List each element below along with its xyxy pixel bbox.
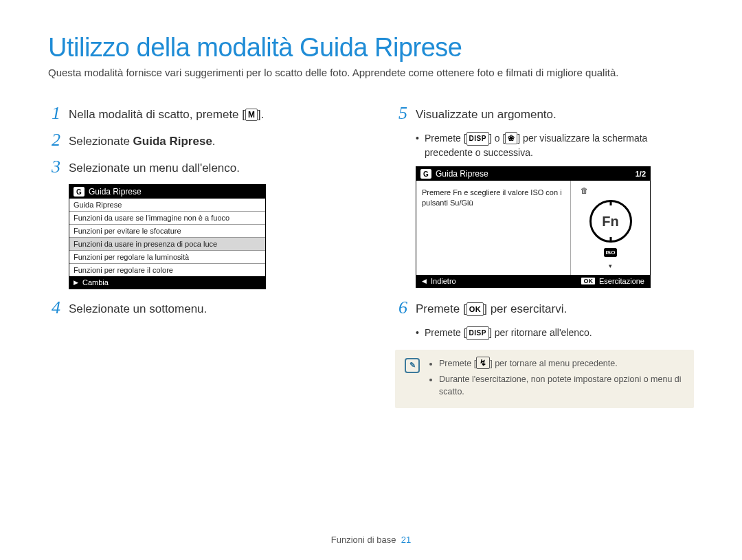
left-column: 1 Nella modalità di scatto, premete [M].…: [48, 99, 347, 408]
chevron-left-icon: ◀: [422, 278, 427, 284]
step-number: 3: [48, 158, 60, 176]
menu-item: Funzioni da usare se l'immagine non è a …: [69, 211, 265, 224]
trash-icon: 🗑: [581, 186, 588, 194]
ok-icon: OK: [581, 278, 595, 284]
camera-topic-screenshot: G Guida Riprese 1/2 Premere Fn e sceglie…: [416, 166, 651, 288]
chevron-down-icon: ▾: [609, 262, 612, 269]
step-number: 1: [48, 104, 60, 122]
screen-title: Guida Riprese: [89, 187, 142, 197]
step-4: 4 Selezionate un sottomenu.: [48, 299, 347, 317]
chevron-right-icon: ▶: [74, 279, 78, 286]
flash-icon: ↯: [476, 357, 490, 369]
camera-menu-screenshot: G Guida Riprese Guida Riprese Funzioni d…: [69, 184, 266, 289]
step-number: 4: [48, 299, 60, 317]
step-text: Nella modalità di scatto, premete [M].: [69, 104, 264, 123]
menu-item: Funzioni per regolare il colore: [69, 263, 265, 276]
macro-icon: ❀: [505, 132, 517, 144]
fn-dial-icon: Fn: [589, 200, 632, 243]
page-footer: Funzioni di base 21: [0, 535, 742, 545]
note-box: ✎ Premete [↯] per tornare al menu preced…: [395, 350, 694, 408]
menu-item: Guida Riprese: [69, 199, 265, 211]
page-indicator: 1/2: [636, 170, 646, 178]
step-number: 2: [48, 131, 60, 149]
step-text: Visualizzate un argomento.: [416, 104, 556, 123]
step-number: 6: [395, 299, 407, 317]
iso-indicator: ISO: [604, 248, 618, 257]
note-item: Durante l'esercitazione, non potete impo…: [439, 373, 684, 399]
screen-title: Guida Riprese: [436, 169, 488, 179]
step-text: Selezionate un sottomenu.: [69, 299, 207, 317]
screen-footer: ◀ Indietro OK Esercitazione: [416, 275, 650, 287]
step-number: 5: [395, 104, 407, 122]
step-5: 5 Visualizzate un argomento.: [395, 104, 694, 123]
step-3: 3 Selezionate un menu dall'elenco.: [48, 158, 347, 177]
step-text: Selezionate un menu dall'elenco.: [69, 158, 240, 177]
page-number: 21: [401, 535, 411, 545]
disp-icon: DISP: [466, 326, 489, 340]
step-6-bullet: Premete [DISP] per ritornare all'elenco.: [416, 326, 694, 340]
screen-message: Premere Fn e scegliere il valore ISO con…: [416, 181, 571, 275]
menu-item: Funzioni per regolare la luminosità: [69, 250, 265, 263]
right-column: 5 Visualizzate un argomento. Premete [DI…: [395, 99, 694, 408]
note-item: Premete [↯] per tornare al menu preceden…: [439, 357, 684, 370]
menu-item-selected: Funzioni da usare in presenza di poca lu…: [69, 237, 265, 250]
step-text: Premete [OK] per esercitarvi.: [416, 299, 567, 317]
intro-text: Questa modalità fornisce vari suggerimen…: [48, 67, 694, 78]
disp-icon: DISP: [466, 132, 489, 146]
screen-footer: ▶ Cambia: [69, 276, 265, 289]
screen-header: G Guida Riprese: [69, 185, 265, 199]
guide-icon: G: [420, 169, 431, 179]
screen-header: G Guida Riprese 1/2: [416, 167, 650, 181]
step-1: 1 Nella modalità di scatto, premete [M].: [48, 104, 347, 123]
step-text: Selezionate Guida Riprese.: [69, 131, 216, 150]
page-title: Utilizzo della modalità Guida Riprese: [48, 33, 694, 63]
step-2: 2 Selezionate Guida Riprese.: [48, 131, 347, 150]
step-6: 6 Premete [OK] per esercitarvi.: [395, 299, 694, 317]
guide-icon: G: [74, 187, 85, 197]
step-5-bullet: Premete [DISP] o [❀] per visualizzare la…: [416, 131, 694, 159]
m-icon: M: [245, 109, 258, 121]
note-icon: ✎: [405, 358, 420, 373]
ok-icon: OK: [466, 302, 484, 316]
menu-item: Funzioni per evitare le sfocature: [69, 224, 265, 237]
